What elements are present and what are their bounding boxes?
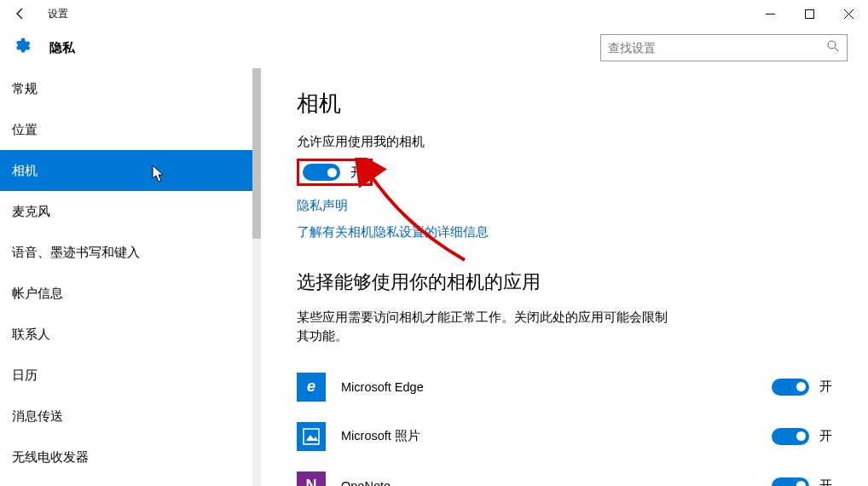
photos-icon xyxy=(297,422,326,451)
app-row-edge: e Microsoft Edge 开 xyxy=(297,365,841,409)
back-button[interactable] xyxy=(0,0,41,27)
sidebar-item-account[interactable]: 帐户信息 xyxy=(0,273,252,314)
camera-access-toggle[interactable] xyxy=(303,164,340,181)
scrollbar[interactable] xyxy=(252,68,261,486)
sidebar-item-speech[interactable]: 语音、墨迹书写和键入 xyxy=(0,232,252,273)
edge-icon: e xyxy=(297,373,326,402)
sidebar-item-camera[interactable]: 相机 xyxy=(0,150,252,191)
app-name: Microsoft Edge xyxy=(341,380,772,394)
minimize-button[interactable] xyxy=(750,0,790,27)
svg-line-5 xyxy=(835,48,838,51)
app-toggle-onenote[interactable] xyxy=(772,477,809,487)
content-panel: 相机 允许应用使用我的相机 开 隐私声明 了解有关相机隐私设置的详细信息 选择能… xyxy=(261,68,868,486)
search-input[interactable] xyxy=(600,34,848,61)
app-toggle-edge[interactable] xyxy=(772,379,809,396)
app-name: OneNote xyxy=(341,479,772,487)
maximize-button[interactable] xyxy=(790,0,829,27)
sidebar-item-radios[interactable]: 无线电收发器 xyxy=(0,437,252,477)
highlight-box: 开 xyxy=(297,159,373,186)
page-title: 隐私 xyxy=(49,40,75,56)
sidebar-item-contacts[interactable]: 联系人 xyxy=(0,314,252,355)
window-title: 设置 xyxy=(48,7,68,21)
sidebar-item-calendar[interactable]: 日历 xyxy=(0,355,252,396)
svg-point-4 xyxy=(828,41,836,49)
allow-apps-label: 允许应用使用我的相机 xyxy=(297,134,841,150)
gear-icon xyxy=(12,37,31,59)
search-icon xyxy=(826,39,840,56)
privacy-statement-link[interactable]: 隐私声明 xyxy=(297,198,348,214)
search-field[interactable] xyxy=(608,41,826,55)
app-name: Microsoft 照片 xyxy=(341,428,772,444)
section-heading-camera: 相机 xyxy=(297,89,841,119)
sidebar-item-location[interactable]: 位置 xyxy=(0,109,252,150)
sidebar: 常规 位置 相机 麦克风 语音、墨迹书写和键入 帐户信息 联系人 日历 消息传送… xyxy=(0,68,252,486)
svg-rect-1 xyxy=(805,9,813,18)
sidebar-item-microphone[interactable]: 麦克风 xyxy=(0,191,252,232)
close-button[interactable] xyxy=(829,0,868,27)
scrollbar-thumb[interactable] xyxy=(252,68,261,239)
app-toggle-photos[interactable] xyxy=(772,428,809,445)
section-description: 某些应用需要访问相机才能正常工作。关闭此处的应用可能会限制其功能。 xyxy=(297,309,672,346)
app-row-photos: Microsoft 照片 开 xyxy=(297,414,841,459)
sidebar-item-general[interactable]: 常规 xyxy=(0,68,252,109)
onenote-icon: N xyxy=(297,472,326,487)
svg-marker-7 xyxy=(306,435,318,441)
camera-access-toggle-label: 开 xyxy=(350,165,363,181)
sidebar-item-messaging[interactable]: 消息传送 xyxy=(0,396,252,437)
app-row-onenote: N OneNote 开 xyxy=(297,464,841,487)
section-heading-apps: 选择能够使用你的相机的应用 xyxy=(297,269,841,295)
learn-more-link[interactable]: 了解有关相机隐私设置的详细信息 xyxy=(297,224,489,240)
